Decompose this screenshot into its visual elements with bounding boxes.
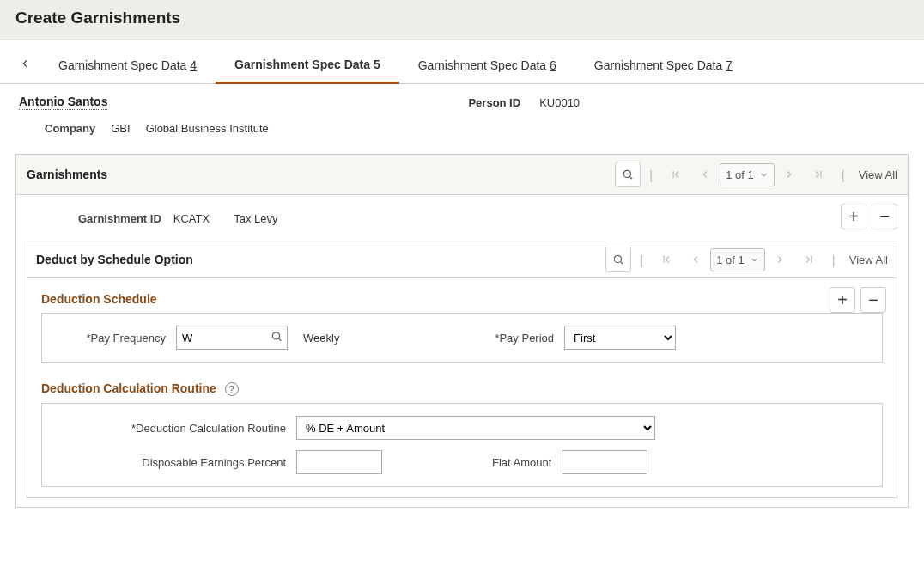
deduction-routine-heading: Deduction Calculation Routine ? [41,381,883,396]
garnishments-next-button[interactable] [775,168,804,180]
first-icon [670,168,682,180]
garnishments-view-all[interactable]: View All [854,168,897,181]
svg-line-5 [621,262,623,265]
flat-amount-label: Flat Amount [492,456,555,469]
tabs-scroll-left[interactable] [17,47,40,82]
company-name: Global Business Institute [146,122,269,135]
svg-point-0 [624,170,631,177]
deduction-schedule-box: Pay Frequency Weekly Pay Period First [41,313,883,363]
garnishment-id-label: Garnishment ID [78,212,161,225]
search-icon [612,253,624,265]
plus-icon: + [848,207,859,227]
de-percent-label: Disposable Earnings Percent [58,456,289,469]
chevron-down-icon [750,255,759,265]
minus-icon: − [879,207,890,227]
deduct-schedule-title: Deduct by Schedule Option [36,253,605,266]
last-icon [803,253,815,265]
chevron-left-icon [690,253,702,265]
svg-line-9 [279,338,282,341]
pay-frequency-desc: Weekly [303,332,339,345]
garnishments-range-text: 1 of 1 [726,168,754,181]
garnishments-range-select[interactable]: 1 of 1 [720,163,775,186]
garnishments-panel: Garnishments | 1 of 1 | View Al [15,154,909,508]
separator: | [640,253,643,267]
tab-garnishment-spec-7[interactable]: Garnishment Spec Data 7 [575,46,751,82]
tab-label-prefix: Garnishment Spec Data [594,58,726,72]
deduction-schedule-heading: Deduction Schedule [41,292,883,306]
separator: | [842,168,845,182]
schedule-range-text: 1 of 1 [716,253,745,266]
svg-point-4 [615,255,622,262]
plus-icon: + [837,290,848,310]
pay-period-label: Pay Period [495,332,557,345]
chevron-right-icon [783,168,795,180]
deduction-routine-box: Deduction Calculation Routine % DE + Amo… [41,403,883,487]
tab-label-prefix: Garnishment Spec Data [418,58,550,72]
search-icon [271,331,283,343]
schedule-prev-button[interactable] [681,253,710,265]
tab-label-prefix: Garnishment Spec Data [58,58,190,72]
garnishments-find-button[interactable] [615,162,641,187]
person-info: Antonio Santos Person ID KU0010 Company … [0,84,924,147]
garnishment-id-value: KCATX [173,212,210,225]
chevron-right-icon [774,253,786,265]
person-id-label: Person ID [468,96,520,109]
company-code: GBI [111,122,130,135]
first-icon [660,253,672,265]
chevron-left-icon [19,58,31,70]
chevron-down-icon [759,170,769,180]
schedule-delete-row-button[interactable]: − [860,287,886,313]
svg-line-1 [630,177,633,180]
tab-garnishment-spec-5[interactable]: Garnishment Spec Data 5 [216,46,399,84]
chevron-left-icon [699,168,711,180]
tab-garnishment-spec-6[interactable]: Garnishment Spec Data 6 [399,46,575,82]
schedule-find-button[interactable] [605,247,631,272]
search-icon [622,168,634,180]
garnishments-add-row-button[interactable]: + [841,204,866,229]
separator: | [832,253,836,267]
pay-period-select[interactable]: First [564,326,676,350]
company-label: Company [45,122,95,135]
tab-label-num: 4 [190,58,197,72]
tab-label-prefix: Garnishment Spec Data [234,58,374,71]
minus-icon: − [868,290,878,310]
schedule-view-all[interactable]: View All [844,253,888,266]
deduct-schedule-panel: Deduct by Schedule Option | 1 of 1 [27,241,897,498]
svg-point-8 [272,332,279,339]
tab-label-num: 5 [374,58,380,71]
tab-garnishment-spec-4[interactable]: Garnishment Spec Data 4 [40,46,216,82]
schedule-next-button[interactable] [765,253,794,265]
schedule-first-button[interactable] [652,253,681,265]
flat-amount-input[interactable] [562,450,647,474]
page-title: Create Garnishments [15,9,180,27]
schedule-add-row-button[interactable]: + [830,287,855,313]
person-name: Antonio Santos [19,95,107,110]
schedule-range-select[interactable]: 1 of 1 [710,248,765,271]
schedule-last-button[interactable] [794,253,824,265]
tab-bar: Garnishment Spec Data 4 Garnishment Spec… [0,46,924,84]
garnishments-delete-row-button[interactable]: − [872,204,897,229]
routine-label: Deduction Calculation Routine [58,422,289,435]
de-percent-input[interactable] [296,450,382,474]
pay-frequency-label: Pay Frequency [58,332,169,345]
pay-frequency-lookup-button[interactable] [271,331,283,345]
garnishments-title: Garnishments [27,168,615,181]
tab-label-num: 6 [550,58,556,72]
separator: | [649,168,653,182]
person-id-value: KU0010 [539,96,580,109]
routine-help-icon[interactable]: ? [225,382,239,396]
garnishment-id-desc: Tax Levy [234,212,277,225]
garnishments-first-button[interactable] [661,168,690,180]
routine-select[interactable]: % DE + Amount [296,416,655,440]
tab-label-num: 7 [726,58,733,72]
garnishments-last-button[interactable] [804,168,833,180]
garnishments-prev-button[interactable] [690,168,720,180]
last-icon [812,168,824,180]
